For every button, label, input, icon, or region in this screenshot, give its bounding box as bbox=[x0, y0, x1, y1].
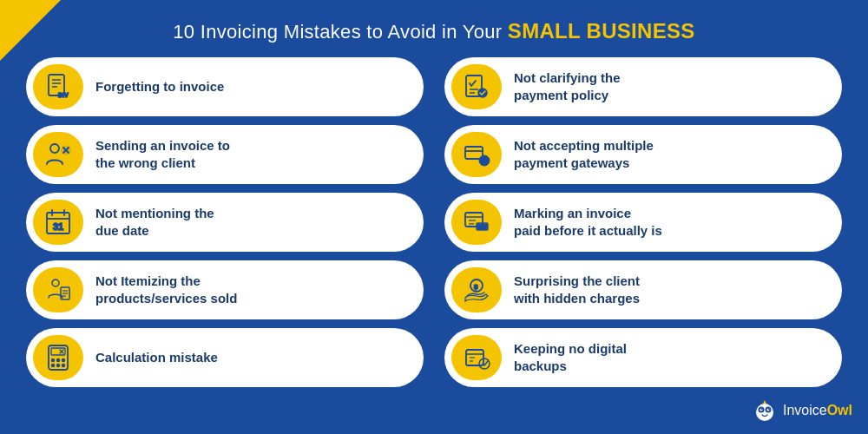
svg-text:$: $ bbox=[482, 157, 486, 165]
footer: InvoiceOwl bbox=[752, 398, 852, 424]
icon-box-9 bbox=[33, 335, 83, 380]
corner-decoration bbox=[0, 0, 61, 61]
hand-coin-icon: $ bbox=[462, 275, 491, 305]
icon-box-1: INV bbox=[33, 64, 83, 109]
icon-box-10 bbox=[451, 335, 502, 380]
card-6-text: Marking an invoicepaid before it actuall… bbox=[514, 205, 662, 240]
card-5-text: Not mentioning thedue date bbox=[95, 205, 214, 240]
card-calculation: Calculation mistake bbox=[26, 328, 424, 387]
svg-point-50 bbox=[756, 404, 773, 421]
card-digital-backups: Keeping no digitalbackups bbox=[444, 328, 842, 387]
pay-stamp-icon: PAY bbox=[462, 207, 491, 237]
card-1-text: Forgetting to invoice bbox=[95, 78, 224, 95]
card-3-text: Sending an invoice tothe wrong client bbox=[95, 137, 230, 173]
icon-box-5: 31 bbox=[33, 200, 83, 245]
card-8-text: Surprising the clientwith hidden charges bbox=[514, 273, 640, 308]
brand-logo: InvoiceOwl bbox=[752, 398, 852, 424]
svg-point-28 bbox=[52, 279, 59, 286]
icon-box-3 bbox=[33, 132, 83, 177]
card-9-text: Calculation mistake bbox=[95, 349, 218, 366]
card-2-text: Not clarifying thepayment policy bbox=[514, 69, 621, 105]
icon-box-8: $ bbox=[451, 267, 502, 312]
svg-text:$: $ bbox=[474, 283, 478, 291]
svg-marker-57 bbox=[763, 400, 766, 404]
svg-point-40 bbox=[52, 365, 55, 367]
payment-icon: $ bbox=[462, 140, 491, 169]
svg-point-53 bbox=[760, 409, 762, 411]
card-hidden-charges: $ Surprising the clientwith hidden charg… bbox=[444, 260, 842, 319]
svg-point-9 bbox=[50, 144, 59, 153]
svg-point-41 bbox=[57, 365, 60, 367]
svg-text:31: 31 bbox=[53, 221, 63, 232]
header-highlight: SMALL BUSINESS bbox=[508, 19, 695, 43]
header-prefix: 10 Invoicing Mistakes to Avoid in Your bbox=[173, 21, 508, 43]
cards-grid: INV Forgetting to invoice Not clarifying… bbox=[26, 57, 842, 387]
svg-text:PAY: PAY bbox=[478, 225, 488, 230]
calendar-icon: 31 bbox=[43, 207, 73, 237]
owl-icon bbox=[752, 398, 778, 424]
calculator-icon bbox=[43, 343, 73, 372]
svg-rect-36 bbox=[51, 348, 65, 355]
svg-point-38 bbox=[57, 359, 60, 362]
svg-text:INV: INV bbox=[58, 92, 69, 98]
card-due-date: 31 Not mentioning thedue date bbox=[26, 193, 424, 252]
card-payment-policy: Not clarifying thepayment policy bbox=[444, 57, 842, 116]
svg-point-37 bbox=[52, 359, 55, 362]
svg-point-55 bbox=[761, 409, 762, 410]
cloud-backup-icon bbox=[462, 343, 491, 372]
footer-brand-text: InvoiceOwl bbox=[783, 403, 852, 418]
icon-box-2 bbox=[451, 64, 502, 109]
card-10-text: Keeping no digitalbackups bbox=[514, 340, 627, 376]
card-wrong-client: Sending an invoice tothe wrong client bbox=[26, 125, 424, 184]
svg-point-39 bbox=[62, 359, 65, 362]
svg-point-42 bbox=[62, 365, 65, 367]
brand-prefix: Invoice bbox=[783, 403, 827, 418]
icon-box-4: $ bbox=[451, 132, 502, 177]
card-7-text: Not Itemizing theproducts/services sold bbox=[95, 273, 237, 308]
checklist-icon bbox=[462, 72, 491, 102]
card-forgetting-invoice: INV Forgetting to invoice bbox=[26, 57, 424, 116]
invoice-doc-icon: INV bbox=[43, 72, 73, 102]
person-x-icon bbox=[43, 140, 73, 169]
card-itemizing: Not Itemizing theproducts/services sold bbox=[26, 260, 424, 319]
svg-point-47 bbox=[479, 358, 490, 369]
card-4-text: Not accepting multiplepayment gateways bbox=[514, 137, 654, 173]
itemize-icon bbox=[43, 275, 73, 305]
brand-suffix: Owl bbox=[827, 403, 852, 418]
icon-box-7 bbox=[33, 267, 83, 312]
card-payment-gateways: $ Not accepting multiplepayment gateways bbox=[444, 125, 842, 184]
icon-box-6: PAY bbox=[451, 200, 502, 245]
svg-point-54 bbox=[766, 409, 769, 411]
header-text: 10 Invoicing Mistakes to Avoid in Your S… bbox=[173, 21, 694, 43]
page-header: 10 Invoicing Mistakes to Avoid in Your S… bbox=[26, 16, 842, 43]
main-container: 10 Invoicing Mistakes to Avoid in Your S… bbox=[0, 0, 868, 434]
svg-point-56 bbox=[768, 409, 769, 410]
card-marking-paid: PAY Marking an invoicepaid before it act… bbox=[444, 193, 842, 252]
